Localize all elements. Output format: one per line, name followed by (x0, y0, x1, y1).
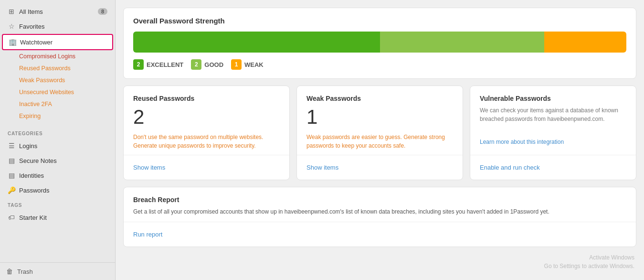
tag-icon: 🏷 (8, 214, 15, 221)
legend-excellent: 2 EXCELLENT (133, 59, 183, 70)
strength-bar (133, 32, 626, 53)
sidebar-item-watchtower[interactable]: 🏢 Watchtower (2, 34, 113, 50)
sidebar-subitem-unsecured[interactable]: Unsecured Websites (2, 86, 113, 98)
secure-notes-label: Secure Notes (19, 157, 107, 164)
weak-passwords-card: Weak Passwords 1 Weak passwords are easi… (296, 86, 463, 180)
watchtower-label: Watchtower (20, 39, 106, 46)
strength-good (380, 32, 544, 53)
breach-title: Breach Report (133, 196, 626, 204)
all-items-label: All Items (19, 8, 94, 15)
breach-report-card: Breach Report Get a list of all your com… (123, 187, 636, 247)
identities-label: Identities (19, 172, 107, 179)
reused-card-count: 2 (133, 106, 280, 128)
categories-section-label: CATEGORIES (0, 126, 115, 138)
weak-badge: 1 (231, 59, 242, 70)
sidebar-subitem-weak[interactable]: Weak Passwords (2, 75, 113, 86)
sidebar-item-all-items[interactable]: ⊞ All Items 8 (2, 4, 113, 19)
trash-label: Trash (17, 268, 33, 275)
weak-card-title: Weak Passwords (306, 95, 453, 102)
breach-card-divider (124, 222, 636, 222)
sidebar-item-trash[interactable]: 🗑 Trash (0, 263, 115, 280)
sidebar-subitem-inactive[interactable]: Inactive 2FA (2, 98, 113, 110)
vulnerable-card-divider (470, 155, 636, 155)
weak-card-desc: Weak passwords are easier to guess. Gene… (306, 133, 453, 150)
weak-label: WEAK (244, 61, 264, 68)
sidebar-item-identities[interactable]: ▤ Identities (2, 168, 113, 183)
sidebar-subitem-compromised[interactable]: Compromised Logins (2, 51, 113, 62)
sidebar-item-starter-kit[interactable]: 🏷 Starter Kit (2, 210, 113, 225)
secure-notes-icon: ▤ (8, 157, 15, 164)
reused-card-desc: Don't use the same password on multiple … (133, 133, 280, 150)
trash-icon: 🗑 (6, 268, 13, 275)
vulnerable-card-title: Vulnerable Passwords (480, 95, 626, 102)
all-items-badge: 8 (98, 8, 107, 15)
reused-card-divider (124, 155, 289, 155)
good-label: GOOD (204, 61, 223, 68)
reused-passwords-card: Reused Passwords 2 Don't use the same pa… (123, 86, 290, 180)
legend-weak: 1 WEAK (231, 59, 264, 70)
logins-label: Logins (19, 142, 107, 150)
good-badge: 2 (191, 59, 201, 70)
vulnerable-card-desc: We can check your items against a databa… (480, 106, 626, 135)
sidebar-bottom: 🗑 Trash (0, 262, 115, 280)
reused-card-title: Reused Passwords (133, 95, 280, 102)
excellent-badge: 2 (133, 59, 144, 70)
sidebar-item-logins[interactable]: ☰ Logins (2, 139, 113, 153)
passwords-icon: 🔑 (8, 186, 15, 194)
strength-weak (544, 32, 626, 53)
weak-card-count: 1 (306, 106, 453, 128)
run-report-button[interactable]: Run report (133, 231, 162, 238)
sidebar-item-favorites[interactable]: ☆ Favorites (2, 19, 113, 33)
legend-good: 2 GOOD (191, 59, 223, 70)
favorites-label: Favorites (19, 23, 107, 30)
logins-icon: ☰ (8, 142, 15, 150)
sidebar: ⊞ All Items 8 ☆ Favorites 🏢 Watchtower C… (0, 0, 116, 280)
breach-desc: Get a list of all your compromised accou… (133, 207, 626, 216)
sidebar-subitem-expiring[interactable]: Expiring (2, 110, 113, 122)
grid-icon: ⊞ (8, 8, 15, 15)
strength-excellent (133, 32, 380, 53)
starter-kit-label: Starter Kit (19, 214, 107, 221)
weak-card-divider (297, 155, 463, 155)
watchtower-icon: 🏢 (9, 38, 16, 46)
identities-icon: ▤ (8, 172, 15, 179)
vulnerable-passwords-card: Vulnerable Passwords We can check your i… (470, 86, 636, 180)
tags-section-label: TAGS (0, 198, 115, 210)
sidebar-item-passwords[interactable]: 🔑 Passwords (2, 183, 113, 197)
overall-strength-card: Overall Password Strength 2 EXCELLENT 2 … (123, 8, 636, 79)
learn-more-link[interactable]: Learn more about this integration (480, 139, 626, 145)
main-content: Overall Password Strength 2 EXCELLENT 2 … (116, 0, 644, 280)
weak-show-items-button[interactable]: Show items (306, 164, 453, 171)
info-cards-grid: Reused Passwords 2 Don't use the same pa… (123, 86, 636, 180)
overall-strength-title: Overall Password Strength (133, 17, 626, 25)
sidebar-item-secure-notes[interactable]: ▤ Secure Notes (2, 153, 113, 168)
enable-run-check-button[interactable]: Enable and run check (480, 164, 626, 171)
star-icon: ☆ (8, 22, 15, 30)
passwords-label: Passwords (19, 187, 107, 194)
sidebar-subitem-reused[interactable]: Reused Passwords (2, 63, 113, 74)
strength-legend: 2 EXCELLENT 2 GOOD 1 WEAK (133, 59, 626, 70)
excellent-label: EXCELLENT (147, 61, 183, 68)
reused-show-items-button[interactable]: Show items (133, 164, 280, 171)
